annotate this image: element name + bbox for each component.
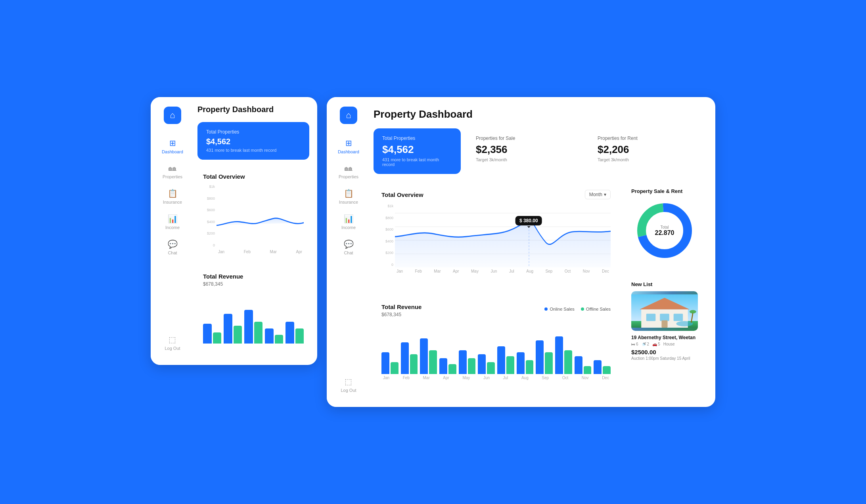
sidebar-label-dashboard-small: Dashboard xyxy=(162,149,183,154)
bar-chart-main xyxy=(381,323,611,374)
properties-icon: 🏘 xyxy=(345,164,353,173)
line-chart-small xyxy=(216,185,304,248)
logout-label-small: Log Out xyxy=(165,346,180,351)
svg-rect-15 xyxy=(660,314,669,321)
page-title-small: Property Dashboard xyxy=(197,105,309,114)
month-selector[interactable]: Month ▾ xyxy=(585,190,611,199)
sidebar-main: ⌂ ⊞ Dashboard 🏘 Properties 📋 Insurance 📊… xyxy=(327,97,370,407)
income-icon: 📊 xyxy=(344,214,354,223)
svg-rect-16 xyxy=(674,314,683,321)
total-value-small: $4,562 xyxy=(206,137,301,146)
chat-icon-small: 💬 xyxy=(168,239,178,249)
overview-section-small: Total Overview 0 $200 $400 $600 $800 $1k xyxy=(197,168,309,260)
chart-tooltip: $ 380.00 xyxy=(515,216,542,225)
overview-title: Total Overview xyxy=(381,191,423,198)
revenue-value-small: $678,345 xyxy=(203,281,223,287)
main-content: Property Dashboard Total Properties $4,5… xyxy=(370,97,715,407)
logout-label: Log Out xyxy=(341,388,356,393)
sidebar-small: ⌂ ⊞ Dashboard 🏘 Properties 📋 Insurance 📊… xyxy=(151,97,194,365)
legend-offline: Offline Sales xyxy=(581,307,611,311)
logo-small: ⌂ xyxy=(164,107,181,124)
sidebar-item-insurance-small[interactable]: 📋 Insurance xyxy=(155,184,190,209)
svg-rect-14 xyxy=(646,314,656,321)
legend-online: Online Sales xyxy=(544,307,574,311)
sidebar-item-chat-small[interactable]: 💬 Chat xyxy=(155,235,190,260)
page-title: Property Dashboard xyxy=(374,108,704,120)
donut-title: Property Sale & Rent xyxy=(631,188,698,194)
preview-card: ⌂ ⊞ Dashboard 🏘 Properties 📋 Insurance 📊… xyxy=(151,97,317,365)
sidebar-label-chat-small: Chat xyxy=(168,250,177,255)
svg-point-20 xyxy=(690,310,696,313)
total-value: $4,562 xyxy=(382,143,452,156)
sale-value: $2,356 xyxy=(476,143,574,156)
sidebar-item-dashboard[interactable]: ⊞ Dashboard xyxy=(331,134,366,159)
sidebar-label-income: Income xyxy=(341,225,356,230)
logout-icon: ⬚ xyxy=(345,377,352,386)
line-chart-main: $ 380.00 xyxy=(395,204,611,267)
sidebar-label-insurance-small: Insurance xyxy=(163,200,182,204)
sidebar-item-properties[interactable]: 🏘 Properties xyxy=(331,159,366,184)
x-axis-overview: Jan Feb Mar Apr May Jun Jul Aug Sep Oc xyxy=(395,269,611,273)
sidebar-label-income-small: Income xyxy=(165,225,180,230)
sidebar-item-chat[interactable]: 💬 Chat xyxy=(331,235,366,260)
main-card: ⌂ ⊞ Dashboard 🏘 Properties 📋 Insurance 📊… xyxy=(327,97,715,407)
logout-icon-small: ⬚ xyxy=(169,335,176,344)
sidebar-item-properties-small[interactable]: 🏘 Properties xyxy=(155,159,190,184)
property-image xyxy=(631,291,698,331)
sidebar-item-dashboard-small[interactable]: ⊞ Dashboard xyxy=(155,134,190,159)
logout-button[interactable]: ⬚ Log Out xyxy=(337,372,359,397)
new-list-title: New List xyxy=(631,281,698,287)
right-panel: Property Sale & Rent xyxy=(625,182,704,396)
legend: Online Sales Offline Sales xyxy=(544,307,611,311)
insurance-icon-small: 📋 xyxy=(168,189,178,198)
sidebar-label-chat: Chat xyxy=(344,250,353,255)
property-meta: 🛏 6 🚿 2 🚗 5 House xyxy=(631,342,698,346)
insurance-icon: 📋 xyxy=(344,189,354,198)
sidebar-item-income[interactable]: 📊 Income xyxy=(331,209,366,235)
sidebar-label-properties: Properties xyxy=(339,174,358,179)
y-axis-small: 0 $200 $400 $600 $800 $1k xyxy=(203,185,215,248)
property-name: 19 Abernethy Street, Weetan xyxy=(631,335,698,340)
total-label-small: Total Properties xyxy=(206,129,301,135)
rent-value: $2,206 xyxy=(598,143,695,156)
total-label: Total Properties xyxy=(382,136,452,141)
sale-sub: Target 3k/month xyxy=(476,157,574,162)
svg-point-18 xyxy=(676,321,693,326)
logout-small[interactable]: ⬚ Log Out xyxy=(161,330,183,355)
donut-wrapper: Total 22.870 xyxy=(631,199,698,262)
revenue-title-small: Total Revenue xyxy=(203,273,243,280)
sale-label: Properties for Sale xyxy=(476,136,574,141)
donut-section: Property Sale & Rent xyxy=(625,182,704,269)
y-axis-overview: 0 $200 $400 $600 $800 $1k xyxy=(381,204,393,267)
sidebar-item-income-small[interactable]: 📊 Income xyxy=(155,209,190,235)
sidebar-label-dashboard: Dashboard xyxy=(338,149,359,154)
for-rent-card: Properties for Rent $2,206 Target 3k/mon… xyxy=(589,128,704,174)
dashboard-icon: ⊞ xyxy=(345,138,352,148)
donut-total-value: 22.870 xyxy=(655,229,674,237)
x-axis-small: Jan Feb Mar Apr xyxy=(216,250,304,254)
donut-center: Total 22.870 xyxy=(655,225,674,237)
income-icon-small: 📊 xyxy=(168,214,178,223)
main-content-small: Property Dashboard Total Properties $4,5… xyxy=(194,97,317,365)
revenue-section: Total Revenue $678,345 Online Sales xyxy=(374,296,619,388)
page-wrapper: ⌂ ⊞ Dashboard 🏘 Properties 📋 Insurance 📊… xyxy=(151,97,715,407)
total-properties-card: Total Properties $4,562 431 more to brea… xyxy=(374,128,461,174)
rent-sub: Target 3k/month xyxy=(598,157,695,162)
svg-rect-17 xyxy=(661,321,667,328)
overview-section: Total Overview Month ▾ 0 $200 $400 xyxy=(374,182,619,281)
revenue-value: $678,345 xyxy=(381,312,401,317)
rent-label: Properties for Rent xyxy=(598,136,695,141)
revenue-section-small: Total Revenue $678,345 xyxy=(197,267,309,349)
logo-main: ⌂ xyxy=(340,107,357,124)
sidebar-item-insurance[interactable]: 📋 Insurance xyxy=(331,184,366,209)
stats-row-small: Total Properties $4,562 431 more to brea… xyxy=(197,122,309,160)
donut-total-label: Total xyxy=(655,225,674,229)
dashboard-icon-small: ⊞ xyxy=(169,138,176,148)
revenue-title: Total Revenue xyxy=(381,304,422,310)
bar-chart-small xyxy=(203,292,304,344)
property-price: $2500.00 xyxy=(631,349,698,355)
property-auction: Auction 1:00pm Saturday 15 April xyxy=(631,356,698,361)
total-properties-card-small: Total Properties $4,562 431 more to brea… xyxy=(197,122,309,160)
for-sale-card: Properties for Sale $2,356 Target 3k/mon… xyxy=(467,128,582,174)
new-list-section: New List xyxy=(625,275,704,367)
